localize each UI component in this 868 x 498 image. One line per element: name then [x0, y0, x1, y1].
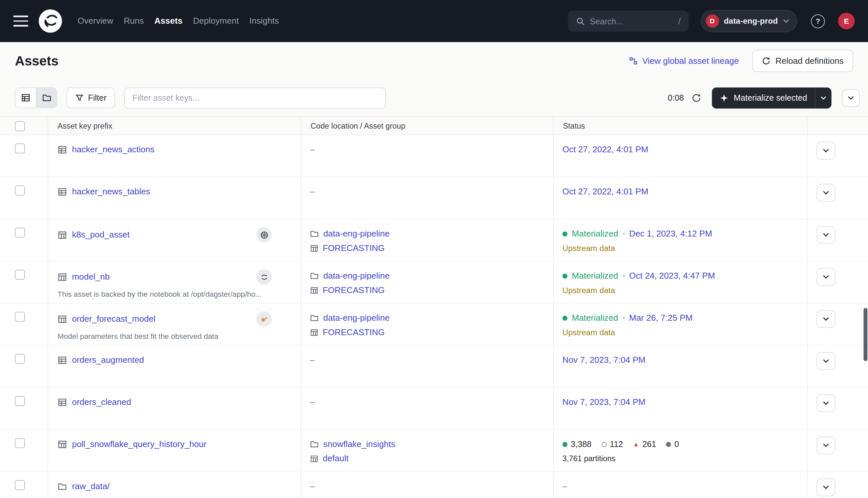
row-expand-button[interactable] [816, 184, 835, 202]
asset-folder-link[interactable]: raw_data/ [72, 480, 110, 493]
folder-view-icon [42, 93, 51, 103]
reload-definitions-button[interactable]: Reload definitions [752, 50, 853, 72]
search-shortcut-hint: / [678, 16, 681, 26]
status-timestamp[interactable]: Oct 24, 2023, 4:47 PM [629, 269, 715, 282]
upstream-data-tag[interactable]: Upstream data [563, 284, 798, 297]
global-search-input[interactable]: Search... / [568, 11, 689, 31]
table-header-row: Asset key prefix Code location / Asset g… [0, 116, 868, 135]
folder-view-button[interactable] [36, 88, 56, 107]
missing-count[interactable]: 112 [601, 437, 623, 451]
help-button[interactable]: ? [811, 14, 825, 28]
status-timestamp[interactable]: Dec 1, 2023, 4:12 PM [629, 227, 712, 240]
status-timestamp[interactable]: Nov 7, 2023, 7:04 PM [563, 395, 645, 408]
asset-link[interactable]: hacker_news_actions [72, 143, 155, 156]
materialized-link[interactable]: Materialized [572, 311, 618, 324]
asset-group-link[interactable]: FORECASTING [323, 284, 385, 297]
asset-filter-input[interactable] [124, 87, 386, 108]
row-checkbox[interactable] [15, 143, 25, 153]
asset-link[interactable]: orders_cleaned [72, 395, 131, 408]
row-expand-button[interactable] [816, 226, 835, 244]
view-global-asset-lineage-link[interactable]: View global asset lineage [629, 56, 739, 65]
sparkle-icon [720, 93, 729, 102]
status-timestamp[interactable]: Mar 26, 7:25 PM [629, 311, 693, 324]
plot-icon [256, 311, 272, 327]
notebook-icon [256, 269, 272, 285]
separator-dot [623, 233, 625, 235]
nav-item-insights[interactable]: Insights [249, 16, 279, 26]
asset-link[interactable]: order_forecast_model [72, 313, 156, 326]
location-dash: – [301, 346, 553, 367]
table-row: order_forecast_model Model parameters th… [0, 304, 868, 346]
materialized-link[interactable]: Materialized [572, 227, 618, 240]
nav-item-assets[interactable]: Assets [154, 16, 183, 26]
code-location-link[interactable]: data-eng-pipeline [323, 311, 390, 324]
asset-link[interactable]: poll_snowflake_query_history_hour [72, 437, 206, 451]
separator-dot [623, 317, 625, 319]
failed-count[interactable]: ▲ 261 [633, 437, 656, 451]
row-expand-button[interactable] [816, 352, 835, 370]
code-location-link[interactable]: snowflake_insights [323, 437, 395, 451]
materialize-options-button[interactable] [815, 87, 831, 108]
materialized-count[interactable]: 3,388 [563, 437, 591, 451]
other-count[interactable]: 0 [666, 437, 679, 451]
upstream-data-tag[interactable]: Upstream data [563, 326, 798, 339]
flat-view-button[interactable] [15, 88, 36, 107]
primary-nav: Overview Runs Assets Deployment Insights [78, 16, 279, 26]
row-checkbox[interactable] [15, 396, 25, 406]
table-icon [57, 314, 67, 324]
asset-group-link[interactable]: FORECASTING [323, 326, 385, 339]
user-avatar[interactable]: E [838, 13, 855, 30]
row-checkbox[interactable] [15, 354, 25, 364]
view-mode-toggle [15, 88, 57, 108]
refresh-button[interactable] [692, 93, 702, 103]
asset-group-link[interactable]: FORECASTING [323, 241, 385, 254]
kubernetes-icon [256, 227, 272, 243]
materialized-dot [563, 231, 567, 236]
folder-icon [310, 229, 319, 238]
row-expand-button[interactable] [816, 394, 835, 412]
scrollbar-thumb[interactable] [864, 308, 868, 361]
upstream-data-tag[interactable]: Upstream data [563, 241, 798, 254]
row-checkbox[interactable] [15, 480, 25, 490]
location-dash: – [301, 388, 553, 409]
row-expand-button[interactable] [816, 436, 835, 454]
asset-link[interactable]: orders_augmented [72, 353, 144, 366]
col-status: Status [554, 117, 807, 134]
status-timestamp[interactable]: Oct 27, 2022, 4:01 PM [563, 143, 649, 156]
row-checkbox[interactable] [15, 312, 25, 322]
row-checkbox[interactable] [15, 438, 25, 448]
row-checkbox[interactable] [15, 185, 25, 195]
nav-item-overview[interactable]: Overview [78, 16, 113, 26]
status-timestamp[interactable]: Nov 7, 2023, 7:04 PM [563, 353, 645, 366]
status-timestamp[interactable]: Oct 27, 2022, 4:01 PM [563, 185, 649, 198]
dagster-logo[interactable] [38, 9, 63, 33]
asset-link[interactable]: k8s_pod_asset [72, 228, 130, 241]
table-icon [57, 440, 67, 449]
filter-button[interactable]: Filter [66, 88, 116, 108]
nav-item-deployment[interactable]: Deployment [193, 16, 239, 26]
select-all-checkbox[interactable] [15, 121, 25, 131]
missing-ring-icon [601, 442, 606, 447]
refresh-countdown: 0:08 [668, 93, 684, 103]
row-expand-button[interactable] [816, 310, 835, 328]
row-expand-button[interactable] [816, 142, 835, 159]
row-expand-button[interactable] [816, 268, 835, 286]
row-checkbox[interactable] [15, 270, 25, 279]
location-dash: – [301, 177, 553, 198]
collapse-toolbar-button[interactable] [842, 89, 860, 107]
asset-link[interactable]: model_nb [72, 271, 110, 284]
row-checkbox[interactable] [15, 227, 25, 237]
asset-group-link[interactable]: default [323, 452, 348, 465]
code-location-link[interactable]: data-eng-pipeline [323, 269, 390, 282]
col-code-location: Code location / Asset group [301, 117, 553, 134]
menu-icon[interactable] [13, 15, 28, 27]
asset-link[interactable]: hacker_news_tables [72, 185, 150, 198]
nav-item-runs[interactable]: Runs [124, 16, 144, 26]
row-expand-button[interactable] [816, 479, 835, 496]
materialized-link[interactable]: Materialized [572, 269, 618, 282]
code-location-link[interactable]: data-eng-pipeline [323, 227, 390, 240]
materialize-selected-button[interactable]: Materialize selected [712, 87, 815, 108]
deployment-switcher[interactable]: D data-eng-prod [700, 10, 797, 32]
location-dash: – [301, 472, 553, 493]
asset-multi-icon [57, 187, 67, 196]
